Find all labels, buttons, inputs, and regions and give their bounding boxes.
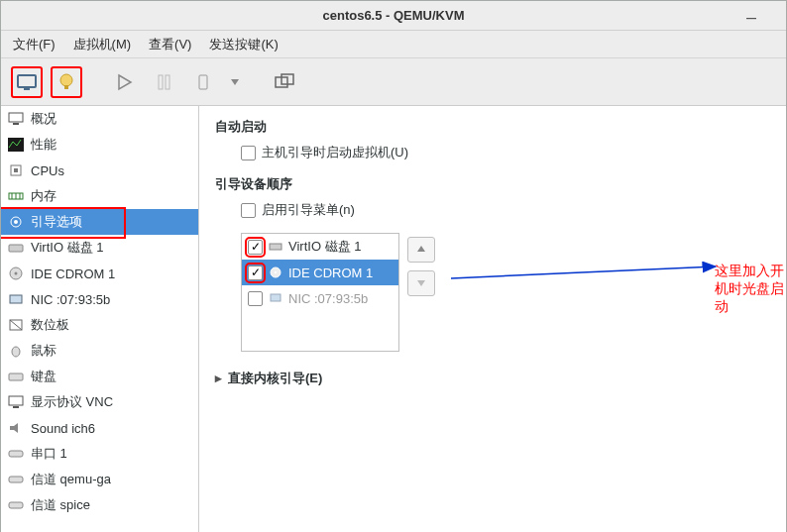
- sidebar-item-label: 信道 qemu-ga: [31, 471, 111, 488]
- bootmenu-label: 启用引导菜单(n): [262, 201, 355, 219]
- monitor-icon: [7, 111, 25, 127]
- move-down-button[interactable]: [407, 270, 435, 296]
- svg-point-2: [60, 74, 72, 86]
- sidebar-item-memory[interactable]: 内存: [1, 183, 198, 209]
- svg-rect-22: [9, 245, 23, 252]
- disk-icon: [7, 240, 25, 256]
- svg-rect-7: [199, 75, 207, 89]
- sidebar-item-overview[interactable]: 概况: [1, 106, 198, 132]
- autostart-checkbox[interactable]: [241, 146, 256, 160]
- sidebar-item-cdrom[interactable]: IDE CDROM 1: [1, 261, 198, 286]
- svg-rect-34: [9, 477, 23, 482]
- memory-icon: [7, 188, 25, 204]
- svg-rect-6: [166, 75, 169, 89]
- sidebar-item-disk1[interactable]: VirtIO 磁盘 1: [1, 235, 198, 261]
- sidebar-item-keyboard[interactable]: 键盘: [1, 364, 198, 389]
- sidebar-item-label: 串口 1: [31, 445, 67, 463]
- power-icon: [192, 72, 214, 92]
- menu-file[interactable]: 文件(F): [13, 36, 56, 53]
- boot-item-checkbox[interactable]: [248, 240, 263, 255]
- window-title: centos6.5 - QEMU/KVM: [322, 8, 464, 23]
- svg-rect-15: [14, 168, 18, 172]
- boot-item-nic[interactable]: NIC :07:93:5b: [242, 285, 398, 311]
- svg-point-28: [12, 347, 20, 357]
- gear-icon: [7, 214, 25, 230]
- sidebar-item-label: 信道 spice: [31, 496, 90, 514]
- sidebar-item-cpus[interactable]: CPUs: [1, 158, 198, 183]
- toolbar: [1, 58, 786, 106]
- boot-item-label: VirtIO 磁盘 1: [288, 238, 361, 256]
- sidebar-item-label: 概况: [31, 110, 56, 128]
- sidebar-item-tablet[interactable]: 数位板: [1, 312, 198, 338]
- content: 概况 性能 CPUs 内存 引导选项 VirtIO 磁盘 1 IDE CDROM…: [1, 106, 786, 532]
- svg-marker-4: [119, 75, 131, 89]
- svg-rect-36: [270, 244, 281, 250]
- main-panel: 自动启动 主机引导时启动虚拟机(U) 引导设备顺序 启用引导菜单(n) Virt…: [199, 106, 786, 532]
- sidebar-item-mouse[interactable]: 鼠标: [1, 338, 198, 364]
- svg-marker-8: [231, 79, 239, 85]
- play-button[interactable]: [108, 66, 140, 98]
- boot-item-label: IDE CDROM 1: [288, 266, 373, 280]
- svg-marker-32: [10, 423, 18, 433]
- autostart-label: 主机引导时启动虚拟机(U): [262, 144, 408, 161]
- svg-rect-35: [9, 502, 23, 508]
- sidebar-item-label: 鼠标: [31, 342, 56, 360]
- menu-vm[interactable]: 虚拟机(M): [73, 36, 132, 53]
- sidebar-item-serial[interactable]: 串口 1: [1, 441, 198, 467]
- svg-rect-12: [13, 123, 19, 125]
- svg-rect-29: [9, 373, 23, 380]
- arrow-up-icon: [415, 244, 427, 256]
- sidebar-item-sound[interactable]: Sound ich6: [1, 415, 198, 441]
- boot-item-checkbox[interactable]: [248, 291, 263, 306]
- display-icon: [7, 394, 25, 410]
- bootmenu-checkbox[interactable]: [241, 203, 256, 218]
- boot-item-checkbox[interactable]: [248, 266, 263, 280]
- info-button[interactable]: [51, 66, 82, 98]
- boot-item-virtio[interactable]: VirtIO 磁盘 1: [242, 234, 398, 260]
- sidebar-item-label: 性能: [31, 136, 56, 154]
- sidebar-item-label: VirtIO 磁盘 1: [31, 239, 103, 257]
- nic-icon: [269, 292, 282, 304]
- autostart-title: 自动启动: [215, 118, 770, 136]
- shutdown-button[interactable]: [187, 66, 219, 98]
- boot-item-cdrom[interactable]: IDE CDROM 1: [242, 260, 398, 285]
- sidebar-item-label: NIC :07:93:5b: [31, 292, 110, 307]
- titlebar: centos6.5 - QEMU/KVM –: [1, 1, 786, 31]
- cd-icon: [269, 266, 282, 278]
- sidebar-item-channel-spice[interactable]: 信道 spice: [1, 492, 198, 518]
- svg-point-21: [14, 220, 18, 224]
- cpu-icon: [7, 162, 25, 178]
- arrow-down-icon: [415, 277, 427, 289]
- console-button[interactable]: [11, 66, 43, 98]
- svg-rect-33: [9, 451, 23, 457]
- menu-view[interactable]: 查看(V): [149, 36, 191, 53]
- boot-order-wrap: VirtIO 磁盘 1 IDE CDROM 1 NIC :07:93:5b: [215, 233, 770, 352]
- channel-icon: [7, 472, 25, 487]
- sidebar-item-display[interactable]: 显示协议 VNC: [1, 389, 198, 415]
- svg-rect-3: [64, 85, 68, 89]
- move-up-button[interactable]: [407, 237, 435, 263]
- svg-rect-39: [271, 294, 281, 301]
- svg-line-27: [10, 320, 22, 330]
- fullscreen-button[interactable]: [269, 66, 300, 98]
- kernel-section[interactable]: ▸直接内核引导(E): [215, 370, 770, 387]
- sidebar-item-label: 内存: [31, 187, 56, 205]
- sidebar-item-performance[interactable]: 性能: [1, 132, 198, 158]
- bootmenu-row: 启用引导菜单(n): [241, 201, 770, 219]
- sidebar-item-label: CPUs: [31, 163, 64, 178]
- sidebar: 概况 性能 CPUs 内存 引导选项 VirtIO 磁盘 1 IDE CDROM…: [1, 106, 199, 532]
- menu-sendkey[interactable]: 发送按键(K): [209, 36, 278, 53]
- boot-order-list: VirtIO 磁盘 1 IDE CDROM 1 NIC :07:93:5b: [241, 233, 399, 352]
- window: centos6.5 - QEMU/KVM – 文件(F) 虚拟机(M) 查看(V…: [0, 0, 787, 532]
- minimize-button[interactable]: –: [746, 7, 756, 28]
- monitor-icon: [16, 72, 38, 92]
- sidebar-item-channel-qemu[interactable]: 信道 qemu-ga: [1, 467, 198, 492]
- sidebar-item-nic[interactable]: NIC :07:93:5b: [1, 286, 198, 312]
- sidebar-item-label: 数位板: [31, 316, 69, 334]
- sidebar-item-label: Sound ich6: [31, 421, 95, 436]
- shutdown-dropdown[interactable]: [227, 66, 243, 98]
- sidebar-item-boot[interactable]: 引导选项: [1, 209, 198, 235]
- pause-icon: [153, 72, 174, 92]
- svg-rect-1: [24, 88, 30, 90]
- pause-button[interactable]: [148, 66, 179, 98]
